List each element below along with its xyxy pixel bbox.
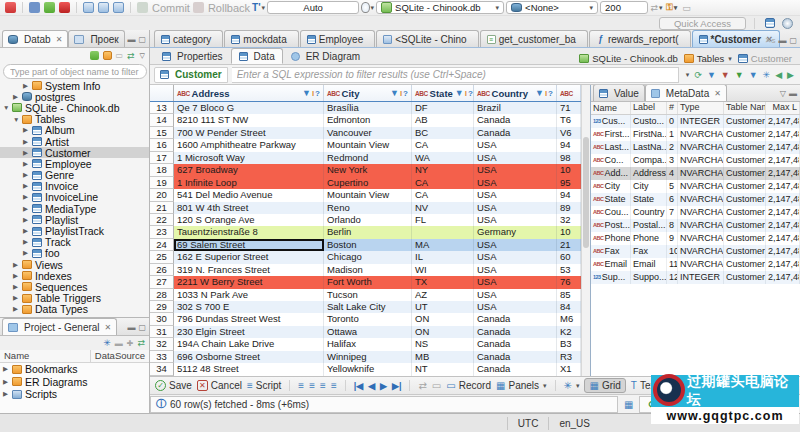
- previous-row-icon[interactable]: ◀: [368, 381, 375, 391]
- view-menu-icon[interactable]: ▽: [140, 52, 145, 60]
- cell-postalcode[interactable]: 95: [557, 177, 581, 189]
- cell-address[interactable]: 162 E Superior Street: [174, 251, 324, 263]
- table-row[interactable]: 21 801 W 4th Street Reno NV USA 89: [150, 202, 581, 214]
- sql-editor-icon[interactable]: [82, 1, 95, 14]
- cell-postalcode[interactable]: 98: [557, 152, 581, 164]
- row-number[interactable]: 30: [150, 313, 174, 325]
- corner-cell[interactable]: [150, 85, 174, 101]
- metadata-row[interactable]: ABCFax Fax 10 NVARCHAR Customer 2,147,48…: [591, 245, 800, 258]
- metadata-row[interactable]: ABCCou... Country 7 NVARCHAR Customer 2,…: [591, 206, 800, 219]
- help-marker-icon[interactable]: ?: [403, 89, 408, 98]
- close-icon[interactable]: ✕: [714, 89, 721, 98]
- expand-arrow-icon[interactable]: ▶: [13, 283, 22, 291]
- table-row[interactable]: 25 162 E Superior Street Chicago IL USA …: [150, 251, 581, 263]
- tree-item[interactable]: ▼ Tables: [0, 114, 149, 125]
- tab-database-navigator[interactable]: Datab✕: [2, 30, 68, 47]
- filter-icon[interactable]: ▼: [535, 88, 544, 98]
- perspective-dbeaver-icon[interactable]: [781, 17, 794, 30]
- table-row[interactable]: 26 319 N. Frances Street Madison WI USA …: [150, 264, 581, 276]
- expand-arrow-icon[interactable]: ▶: [23, 193, 32, 201]
- tab-properties[interactable]: Properties: [154, 48, 231, 64]
- cell-address[interactable]: 1600 Amphitheatre Parkway: [174, 139, 324, 151]
- new-folder-icon[interactable]: [103, 51, 112, 60]
- cell-country[interactable]: Canada: [474, 114, 557, 126]
- cell-state[interactable]: CA: [412, 189, 474, 201]
- comment-icon[interactable]: ▭: [680, 1, 693, 14]
- help-marker-icon[interactable]: ?: [468, 89, 473, 98]
- table-row[interactable]: 19 1 Infinite Loop Cupertino CA USA 95: [150, 177, 581, 189]
- cell-state[interactable]: ON: [412, 326, 474, 338]
- tab-projects[interactable]: Проек: [68, 30, 124, 47]
- expand-arrow-icon[interactable]: ▼: [3, 104, 12, 111]
- filter-icon[interactable]: ▼: [302, 88, 311, 98]
- tree-item[interactable]: ▶ Genre: [0, 170, 149, 181]
- row-number[interactable]: 16: [150, 139, 174, 151]
- cell-country[interactable]: Canada: [474, 127, 557, 139]
- cell-country[interactable]: Canada: [474, 326, 557, 338]
- cell-address[interactable]: 194A Chain Lake Drive: [174, 338, 324, 350]
- tree-item[interactable]: ▶ Customer: [0, 147, 149, 158]
- cell-postalcode[interactable]: K2: [557, 326, 581, 338]
- row-number[interactable]: 25: [150, 251, 174, 263]
- cell-postalcode[interactable]: 71: [557, 102, 581, 114]
- close-icon[interactable]: ✕: [56, 35, 63, 44]
- tree-item[interactable]: ▶ Table Triggers: [0, 293, 149, 304]
- view-menu-icon[interactable]: ▽: [780, 89, 786, 98]
- cell-state[interactable]: WI: [412, 264, 474, 276]
- rollback-button[interactable]: Rollback: [192, 1, 250, 14]
- cell-city[interactable]: Berlin: [324, 226, 412, 238]
- row-number[interactable]: 15: [150, 127, 174, 139]
- cell-address[interactable]: 8210 111 ST NW: [174, 114, 324, 126]
- cell-country[interactable]: USA: [474, 202, 557, 214]
- expand-arrow-icon[interactable]: ▶: [23, 205, 32, 213]
- cell-country[interactable]: Brazil: [474, 102, 557, 114]
- cell-state[interactable]: AB: [412, 114, 474, 126]
- cell-postalcode[interactable]: X1: [557, 363, 581, 375]
- commit-button[interactable]: Commit: [136, 1, 190, 14]
- remove-filter-icon[interactable]: ▼: [721, 70, 730, 80]
- row-number[interactable]: 14: [150, 114, 174, 126]
- connect-icon[interactable]: [28, 1, 41, 14]
- filter-history-icon[interactable]: ▾: [686, 71, 690, 79]
- expand-arrow-icon[interactable]: ▶: [23, 216, 32, 224]
- cell-city[interactable]: Ottawa: [324, 326, 412, 338]
- expand-arrow-icon[interactable]: ▶: [3, 378, 12, 386]
- new-connection-icon[interactable]: [4, 1, 17, 14]
- cell-country[interactable]: Canada: [474, 351, 557, 363]
- schema-combo[interactable]: <None>▾: [506, 1, 598, 14]
- column-number[interactable]: #: [667, 102, 678, 114]
- cell-state[interactable]: NY: [412, 164, 474, 176]
- cell-address[interactable]: 1 Microsoft Way: [174, 152, 324, 164]
- row-number[interactable]: 31: [150, 326, 174, 338]
- tree-item[interactable]: ▶ Data Types: [0, 304, 149, 315]
- cell-postalcode[interactable]: 32: [557, 214, 581, 226]
- nav-back-icon[interactable]: ◀: [775, 70, 782, 80]
- editor-tab[interactable]: <SQLite - Chino: [376, 30, 478, 47]
- tab-metadata[interactable]: MetaData✕: [645, 85, 727, 101]
- first-row-icon[interactable]: |◀: [354, 381, 363, 391]
- table-row[interactable]: 13 Qe 7 Bloco G Brasília DF Brazil 71: [150, 102, 581, 114]
- expand-arrow-icon[interactable]: ▶: [23, 249, 32, 257]
- cell-city[interactable]: Yellowknife: [324, 363, 412, 375]
- breadcrumb-connection[interactable]: SQLite - Chinook.db: [579, 53, 678, 64]
- cell-city[interactable]: Madison: [324, 264, 412, 276]
- gear-icon[interactable]: ✳: [103, 338, 111, 348]
- cell-address[interactable]: 319 N. Frances Street: [174, 264, 324, 276]
- cell-state[interactable]: IL: [412, 251, 474, 263]
- cell-city[interactable]: Tucson: [324, 289, 412, 301]
- tree-item[interactable]: ▶ Invoice: [0, 181, 149, 192]
- cell-address[interactable]: 801 W 4th Street: [174, 202, 324, 214]
- cell-state[interactable]: AZ: [412, 289, 474, 301]
- open-sql-editor-icon[interactable]: [97, 1, 110, 14]
- new-connection-icon[interactable]: [90, 51, 99, 60]
- cell-state[interactable]: NV: [412, 202, 474, 214]
- expand-arrow-icon[interactable]: ▶: [3, 390, 12, 398]
- tree-item[interactable]: ▶ postgres: [0, 91, 149, 102]
- cell-country[interactable]: Canada: [474, 363, 557, 375]
- help-marker-icon[interactable]: ?: [548, 89, 553, 98]
- cell-postalcode[interactable]: T6: [557, 114, 581, 126]
- tree-item[interactable]: ▶ InvoiceLine: [0, 192, 149, 203]
- project-item[interactable]: ▶ ER Diagrams: [0, 376, 149, 389]
- next-row-icon[interactable]: ▶: [380, 381, 387, 391]
- cell-address[interactable]: Tauentzienstraße 8: [174, 226, 324, 238]
